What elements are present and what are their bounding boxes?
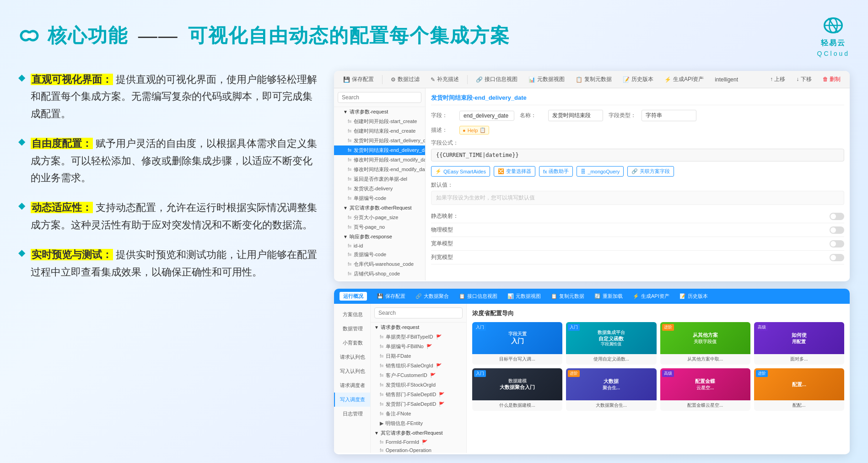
tree-b-Operation[interactable]: f≡ Operation-Operation xyxy=(371,446,466,453)
tree-item-outer[interactable]: f≡ 平台单号-outer_code xyxy=(334,279,425,280)
history-btn[interactable]: 📝 历史版本 xyxy=(618,74,658,85)
tree-b-FEntity[interactable]: ▶ 明细信息-FEntity xyxy=(371,419,466,428)
guide-card-5[interactable]: 数据建模 大数据聚合入门 入门 什么是数据建模... xyxy=(472,368,562,411)
search-input-top[interactable] xyxy=(338,92,421,103)
tree-b-FSaleDeptID[interactable]: f≡ 销售部门-FSaleDeptID 🚩 xyxy=(371,390,466,399)
tree-b-FNote[interactable]: f≡ 备注-FNote xyxy=(371,409,466,419)
tree-b-FSaleDeptID2[interactable]: f≡ 发货部门-FSaleDeptID 🚩 xyxy=(371,399,466,409)
generate-api-btn[interactable]: ⚡ 生成API资产 xyxy=(660,74,708,85)
tree-folder-response[interactable]: ▼ 响应参数-response xyxy=(334,232,425,242)
tree-b-FormId[interactable]: f≡ FormId-FormId 🚩 xyxy=(371,438,466,446)
card-body-7: 配置金蝶云星空... xyxy=(660,400,750,411)
tree-item-start_delivery[interactable]: f≡ 发货时间开始段-start_delivery_date xyxy=(334,136,425,145)
transform-btn[interactable]: 🔀 变量选择器 xyxy=(494,166,535,177)
side-nav-log-mgmt[interactable]: 日志管理 xyxy=(334,407,370,421)
tree-item-start_create[interactable]: f≡ 创建时间开始段-start_create xyxy=(334,117,425,126)
side-nav-write-query[interactable]: 写入调度查 xyxy=(334,393,370,407)
static-map-toggle[interactable] xyxy=(830,213,844,220)
side-nav-plan-info[interactable]: 方案信息 xyxy=(334,307,370,322)
tree-item-end_modify[interactable]: f≡ 修改时间结束段-end_modify_date xyxy=(334,165,425,174)
tree-b-FSaleOrgId[interactable]: f≡ 销售组织-FSaleOrgId 🚩 xyxy=(371,361,466,371)
tree-item-code[interactable]: f≡ 单据编号-code xyxy=(334,194,425,203)
search-input-bottom[interactable] xyxy=(374,307,463,318)
tree-search-bottom xyxy=(371,304,466,323)
func-helper-btn[interactable]: fx 函数助手 xyxy=(539,166,573,177)
tree-b-FBillNo[interactable]: f≡ 单据编号-FBillNo 🚩 xyxy=(371,342,466,351)
copy-data2-btn[interactable]: 📋 复制元数据 xyxy=(547,291,588,301)
meta-view-btn[interactable]: 📊 元数据视图 xyxy=(524,74,569,85)
big-data-btn[interactable]: 🔗 大数据聚合 xyxy=(412,291,453,301)
related-btn[interactable]: 🔗 关联方案字段 xyxy=(627,166,674,177)
tree-item-page_size[interactable]: f≡ 分页大小-page_size xyxy=(334,213,425,222)
reload-btn[interactable]: 🔄 重新加载 xyxy=(591,291,626,301)
tree-b-FCustomerID[interactable]: f≡ 客户-FCustomerID 🚩 xyxy=(371,371,466,380)
guide-card-2[interactable]: 数据集成平台 自定义函数 字段属性值 入门 使用自定义函数... xyxy=(566,322,656,365)
copy-delete-btn[interactable]: 🗑 删制 xyxy=(818,74,845,85)
tree-b-FDate[interactable]: f≡ 日期-FDate xyxy=(371,351,466,361)
meta-view2-btn[interactable]: 📊 元数据视图 xyxy=(504,291,545,301)
tree-item-id[interactable]: f≡ id-id xyxy=(334,242,425,250)
supplement-btn[interactable]: ✎ 补充描述 xyxy=(426,74,464,85)
feature-text-1: 直观可视化界面： 提供直观的可视化界面，使用户能够轻松理解和配置每个集成方案。无… xyxy=(31,71,320,122)
interface-view2-btn[interactable]: 📋 接口信息视图 xyxy=(455,291,501,301)
field-icon-b9: f≡ xyxy=(380,411,384,416)
card-label-2: 使用自定义函数... xyxy=(569,356,653,362)
interface-view-btn[interactable]: 🔗 接口信息视图 xyxy=(471,74,522,85)
tree-item-end_create[interactable]: f≡ 创建时间结束段-end_create xyxy=(334,126,425,136)
required-flag-7: 🚩 xyxy=(422,440,427,445)
guide-card-1[interactable]: 字段天置 入门 入门 目标平台写入调... xyxy=(472,322,562,365)
tree-item-start_modify[interactable]: f≡ 修改时间开始段-start_modify_date xyxy=(334,155,425,165)
guide-card-7[interactable]: 配置金蝶 云星空... 高级 配置金蝶云星空... xyxy=(660,368,750,411)
copy-data-btn[interactable]: 📋 复制元数据 xyxy=(571,74,616,85)
qeasy-smart-btn[interactable]: ⚡ QEasy SmartAides xyxy=(431,166,490,177)
tree-item-end_delivery[interactable]: f≡ 发货时间结束段-end_delivery_date xyxy=(334,145,425,155)
model-toggle-2[interactable] xyxy=(830,240,844,248)
tree-folder-request[interactable]: ▼ 请求参数-request xyxy=(334,107,425,117)
tree-bottom-request[interactable]: ▼ 请求参数-request xyxy=(371,323,466,332)
tree-item-delivery[interactable]: f≡ 发货状态-delivery xyxy=(334,184,425,194)
default-value-box[interactable]: 如果字段设为生效时，您可以填写默认值 xyxy=(431,191,844,205)
tree-item-code2[interactable]: f≡ 质据编号-code xyxy=(334,250,425,259)
data-filter-btn[interactable]: ⚙ 数据过滤 xyxy=(386,74,424,85)
svg-rect-2 xyxy=(25,33,34,38)
formula-box[interactable]: {{CURRENT_TIME|datetime}} xyxy=(431,149,844,162)
tree-b-FBillTypeID[interactable]: f≡ 单据类型-FBillTypeID 🚩 xyxy=(371,332,466,342)
history2-btn[interactable]: 📝 历史版本 xyxy=(676,291,712,301)
guide-card-8[interactable]: 配置... 进阶 配配... xyxy=(754,368,844,411)
tree-b-FStockOrgId[interactable]: f≡ 发货组织-FStockOrgId xyxy=(371,380,466,390)
save-config-btn[interactable]: 💾 保存配置 xyxy=(339,74,378,85)
tree-item-del[interactable]: f≡ 返回是否作废的单据-del xyxy=(334,174,425,184)
side-nav-data-mgmt[interactable]: 数据管理 xyxy=(334,322,370,336)
copy-icon: 📋 xyxy=(480,127,486,133)
guide-card-3[interactable]: 从其他方案 关联字段值 进阶 从其他方案中取... xyxy=(660,322,750,365)
help-tag[interactable]: ● Help 📋 xyxy=(459,126,489,135)
guide-cards-bottom: 数据建模 大数据聚合入门 入门 什么是数据建模... xyxy=(472,368,844,411)
model-toggle-3[interactable] xyxy=(830,254,844,261)
generate-api2-btn[interactable]: ⚡ 生成API资产 xyxy=(629,291,673,301)
tree-item-warehouse[interactable]: f≡ 仓库代码-warehouse_code xyxy=(334,259,425,269)
mongo-btn[interactable]: 🗄 _mongoQuery xyxy=(577,166,624,177)
header-left: 核心功能 —— 可视化自由动态的配置每个集成方案 xyxy=(18,23,510,48)
card-body-3: 从其他方案中取... xyxy=(660,354,750,365)
guide-card-6[interactable]: 大数据 聚合生... 进阶 大数据聚合生... xyxy=(566,368,656,411)
side-nav-small-ops[interactable]: 小育套数 xyxy=(334,336,370,350)
move-down-btn[interactable]: ↓ 下移 xyxy=(792,74,816,85)
field-label: 字段： xyxy=(431,112,454,119)
highlight-1: 直观可视化界面： xyxy=(31,74,113,85)
guide-card-4[interactable]: 如何使 用配置 高级 面对多... xyxy=(754,322,844,365)
tree-folder-other[interactable]: ▼ 其它请求参数-otherRequest xyxy=(334,203,425,213)
model-toggle-1[interactable] xyxy=(830,226,844,234)
side-nav-request-list[interactable]: 请求认列也 xyxy=(334,350,370,364)
intelligent-btn[interactable]: intelligent xyxy=(710,75,743,85)
tree-item-page_no[interactable]: f≡ 页号-page_no xyxy=(334,222,425,232)
right-panel: 💾 保存配置 ⚙ 数据过滤 ✎ 补充描述 🔗 接口信息视图 📊 元数据视图 📋 … xyxy=(334,71,850,454)
tree-item-shop[interactable]: f≡ 店铺代码-shop_code xyxy=(334,269,425,279)
guide-panel: 浓度省配置导向 字段天置 入门 入门 xyxy=(467,304,850,453)
tree-b-otherRequest[interactable]: ▼ 其它请求参数-otherRequest xyxy=(371,428,466,438)
move-up-btn[interactable]: ↑ 上移 xyxy=(766,74,790,85)
side-nav-request-count[interactable]: 请求调度者 xyxy=(334,378,370,393)
save-config2-btn[interactable]: 💾 保存配置 xyxy=(373,291,409,301)
field-icon-5: f≡ xyxy=(348,157,352,162)
side-nav-write-list[interactable]: 写入认列也 xyxy=(334,364,370,378)
card-label-4: 面对多... xyxy=(757,356,841,362)
